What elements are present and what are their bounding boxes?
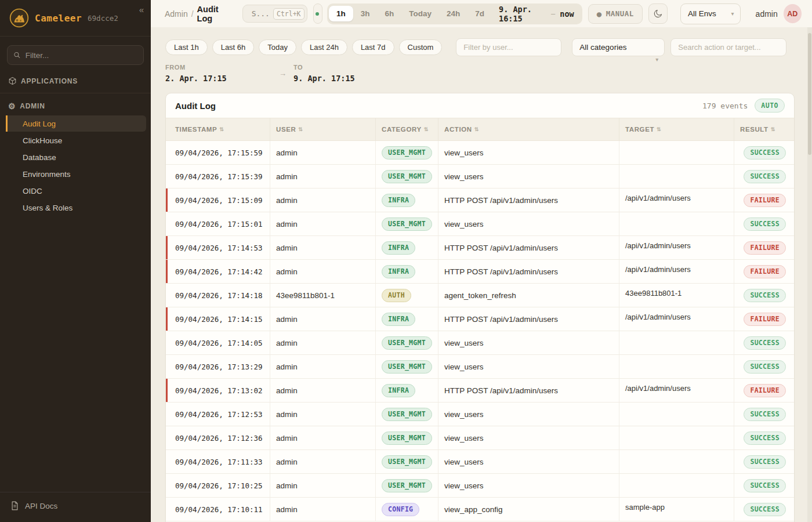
quick-range-last-7d[interactable]: Last 7d [352, 39, 394, 55]
cell-action: HTTP POST /api/v1/admin/users [438, 260, 625, 283]
action-target-search-input[interactable] [670, 38, 786, 56]
live-indicator-toggle[interactable] [313, 3, 322, 24]
cell-timestamp: 09/04/2026, 17:10:11 [175, 498, 276, 521]
quick-range-custom[interactable]: Custom [399, 39, 443, 55]
cell-result: FAILURE [734, 236, 786, 259]
cell-timestamp: 09/04/2026, 17:12:53 [175, 403, 276, 426]
result-badge: SUCCESS [744, 455, 786, 469]
table-row[interactable]: 09/04/2026, 17:11:33adminUSER_MGMTview_u… [166, 450, 794, 474]
time-range-6h[interactable]: 6h [378, 6, 402, 21]
column-header-timestamp[interactable]: TIMESTAMP⇅ [175, 118, 276, 140]
column-header-category[interactable]: CATEGORY⇅ [375, 118, 444, 140]
scrollbar-track[interactable] [807, 27, 812, 522]
cell-user: admin [270, 403, 381, 426]
sidebar-item-database[interactable]: Database [6, 149, 146, 165]
sidebar-item-oidc[interactable]: OIDC [6, 183, 146, 199]
category-select[interactable]: All categories ▾ [572, 38, 665, 56]
sidebar-collapse-button[interactable]: « [139, 5, 144, 14]
cell-target [619, 141, 740, 164]
user-filter-input[interactable] [456, 38, 561, 56]
table-row[interactable]: 09/04/2026, 17:14:42adminINFRAHTTP POST … [166, 260, 794, 284]
time-range-24h[interactable]: 24h [439, 6, 467, 21]
cell-category: USER_MGMT [375, 141, 444, 164]
cell-timestamp: 09/04/2026, 17:15:39 [175, 165, 276, 188]
cell-action: view_users [438, 474, 625, 497]
cell-timestamp: 09/04/2026, 17:12:36 [175, 426, 276, 449]
table-row[interactable]: 09/04/2026, 17:15:01adminUSER_MGMTview_u… [166, 212, 794, 236]
cell-timestamp: 09/04/2026, 17:15:09 [175, 188, 276, 212]
cell-target [619, 426, 740, 449]
category-badge: USER_MGMT [382, 336, 432, 350]
table-row[interactable]: 09/04/2026, 17:14:15adminINFRAHTTP POST … [166, 307, 794, 331]
applications-section-header[interactable]: APPLICATIONS [0, 71, 151, 90]
cell-result: SUCCESS [734, 450, 786, 473]
auto-refresh-badge[interactable]: AUTO [755, 99, 785, 113]
sidebar-item-environments[interactable]: Environments [6, 166, 146, 182]
table-row[interactable]: 09/04/2026, 17:13:02adminINFRAHTTP POST … [166, 379, 794, 403]
category-badge: INFRA [382, 241, 415, 255]
table-row[interactable]: 09/04/2026, 17:15:09adminINFRAHTTP POST … [166, 188, 794, 212]
sidebar-item-clickhouse[interactable]: ClickHouse [6, 132, 146, 148]
quick-range-today[interactable]: Today [259, 39, 296, 55]
global-search-button[interactable]: S... Ctrl+K [242, 5, 307, 23]
breadcrumb-page: Audit Log [197, 5, 234, 23]
cell-timestamp: 09/04/2026, 17:13:02 [175, 379, 276, 402]
sidebar-filter[interactable] [7, 45, 144, 65]
cell-user: admin [270, 498, 381, 521]
events-count: 179 events [702, 102, 748, 110]
api-docs-label: API Docs [25, 502, 57, 510]
column-header-target[interactable]: TARGET⇅ [619, 118, 740, 140]
cell-action: view_users [438, 212, 625, 235]
admin-section-header[interactable]: ⚙ ADMIN [0, 96, 151, 115]
table-row[interactable]: 09/04/2026, 17:15:59adminUSER_MGMTview_u… [166, 141, 794, 165]
table-row[interactable]: 09/04/2026, 17:14:05adminUSER_MGMTview_u… [166, 331, 794, 355]
cell-target [619, 165, 740, 188]
column-header-user[interactable]: USER⇅ [270, 118, 381, 140]
cell-timestamp: 09/04/2026, 17:11:33 [175, 450, 276, 473]
result-badge: FAILURE [744, 194, 786, 207]
cell-result: SUCCESS [734, 165, 786, 188]
sort-icon: ⇅ [474, 126, 479, 132]
column-header-action[interactable]: ACTION⇅ [438, 118, 625, 140]
sidebar-footer-api-docs[interactable]: API Docs [0, 492, 151, 522]
from-block[interactable]: FROM 2. Apr. 17:15 [165, 64, 279, 83]
sidebar-item-audit-log[interactable]: Audit Log [6, 115, 146, 132]
scrollbar-thumb[interactable] [808, 33, 811, 155]
table-row[interactable]: 09/04/2026, 17:15:39adminUSER_MGMTview_u… [166, 165, 794, 188]
table-row[interactable]: 09/04/2026, 17:10:11adminCONFIGview_app_… [166, 498, 794, 521]
table-row[interactable]: 09/04/2026, 17:12:36adminUSER_MGMTview_u… [166, 426, 794, 450]
dark-mode-toggle[interactable] [648, 3, 668, 24]
cell-action: view_users [438, 403, 625, 426]
cell-target: /api/v1/admin/users [619, 260, 740, 283]
main-area: Admin / Audit Log S... Ctrl+K 1h3h6hToda… [151, 0, 812, 522]
manual-mode-button[interactable]: ● MANUAL [588, 4, 643, 24]
time-range-3h[interactable]: 3h [353, 6, 378, 21]
time-range-1h[interactable]: 1h [329, 6, 353, 21]
quick-range-last-24h[interactable]: Last 24h [301, 39, 347, 55]
quick-range-last-6h[interactable]: Last 6h [212, 39, 255, 55]
quick-ranges: Last 1hLast 6hTodayLast 24hLast 7dCustom [165, 39, 442, 55]
cell-action: view_users [438, 165, 625, 188]
card-header: Audit Log 179 events AUTO [166, 93, 794, 118]
cell-category: INFRA [375, 260, 444, 283]
avatar[interactable]: AD [784, 4, 802, 23]
time-range-buttons: 1h3h6hToday24h7d [329, 6, 492, 21]
breadcrumb-section[interactable]: Admin [165, 9, 188, 19]
sidebar-filter-input[interactable] [26, 51, 137, 60]
env-select[interactable]: All Envs ▾ [680, 3, 741, 24]
time-range-today[interactable]: Today [401, 6, 439, 21]
to-block[interactable]: TO 9. Apr. 17:15 [293, 64, 355, 83]
table-row[interactable]: 09/04/2026, 17:14:1843ee9811b801-1AUTHag… [166, 284, 794, 307]
cell-category: INFRA [375, 188, 444, 212]
table-row[interactable]: 09/04/2026, 17:13:29adminUSER_MGMTview_u… [166, 355, 794, 379]
table-row[interactable]: 09/04/2026, 17:10:25adminUSER_MGMTview_u… [166, 474, 794, 498]
result-badge: SUCCESS [744, 336, 786, 350]
category-badge: USER_MGMT [382, 455, 432, 469]
time-range-7d[interactable]: 7d [467, 6, 492, 21]
table-row[interactable]: 09/04/2026, 17:12:53adminUSER_MGMTview_u… [166, 403, 794, 426]
column-header-result[interactable]: RESULT⇅ [734, 118, 786, 140]
camel-logo-icon [9, 8, 29, 28]
sidebar-item-users-roles[interactable]: Users & Roles [6, 200, 146, 216]
quick-range-last-1h[interactable]: Last 1h [165, 39, 208, 55]
table-row[interactable]: 09/04/2026, 17:14:53adminINFRAHTTP POST … [166, 236, 794, 260]
